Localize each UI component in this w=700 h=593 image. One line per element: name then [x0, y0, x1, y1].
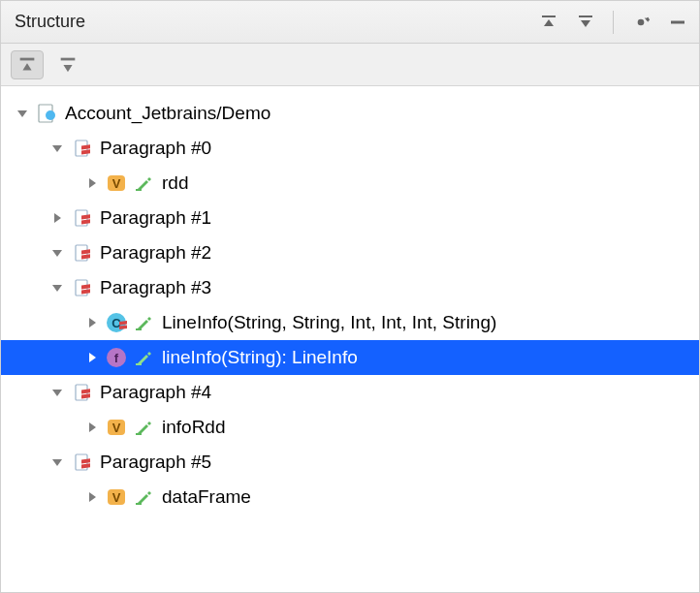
tree-row[interactable]: Paragraph #5 [1, 445, 699, 480]
separator [613, 11, 614, 34]
tree-item-label: Paragraph #2 [100, 242, 211, 264]
write-access-icon [135, 174, 152, 192]
chevron-right-icon[interactable] [84, 315, 100, 330]
chevron-right-icon[interactable] [49, 210, 65, 226]
tree-item-label: rdd [162, 172, 188, 194]
class-icon: C [106, 312, 127, 333]
svg-marker-38 [89, 353, 96, 362]
notebook-icon [36, 103, 57, 124]
svg-rect-19 [136, 189, 142, 191]
scroll-up-icon [16, 54, 38, 76]
chevron-right-icon[interactable] [84, 489, 100, 505]
tree-item-label: lineInfo(String): LineInfo [162, 347, 358, 368]
svg-text:V: V [112, 176, 121, 191]
scala-file-icon [71, 207, 92, 229]
svg-marker-6 [22, 63, 31, 70]
write-access-icon [135, 349, 152, 366]
scala-file-icon [71, 277, 92, 298]
tree-item-label: dataFrame [162, 486, 251, 508]
chevron-down-icon[interactable] [49, 245, 65, 261]
svg-marker-20 [54, 213, 61, 223]
svg-marker-8 [63, 65, 72, 72]
svg-marker-24 [52, 250, 62, 257]
tree-row[interactable]: Paragraph #2 [1, 235, 699, 270]
collapse-up-icon [539, 13, 558, 32]
tree-item-label: Account_Jetbrains/Demo [65, 103, 270, 124]
svg-marker-3 [581, 20, 590, 27]
tree-row[interactable]: C LineInfo(String, String, Int, Int, Int… [1, 305, 699, 340]
svg-marker-9 [17, 110, 27, 117]
tree-row[interactable]: V infoRdd [1, 410, 699, 445]
tree-item-label: infoRdd [162, 417, 226, 438]
svg-marker-12 [52, 145, 62, 152]
tree-row[interactable]: Paragraph #0 [1, 131, 699, 166]
chevron-down-icon[interactable] [49, 140, 65, 156]
svg-marker-42 [52, 390, 62, 396]
write-access-icon [135, 314, 152, 331]
collapse-all-button[interactable] [535, 9, 562, 36]
expand-down-icon [576, 13, 595, 32]
hide-panel-button[interactable] [664, 9, 691, 36]
svg-marker-46 [89, 422, 96, 432]
tree-item-label: Paragraph #5 [100, 452, 211, 473]
write-access-icon [135, 419, 152, 436]
tree-item-label: Paragraph #0 [100, 138, 211, 159]
scala-file-icon [71, 242, 92, 264]
tree-row[interactable]: f lineInfo(String): LineInfo [1, 340, 699, 375]
svg-rect-41 [136, 363, 142, 365]
structure-tree[interactable]: Account_Jetbrains/Demo Paragraph #0 V rd… [1, 86, 699, 515]
function-icon: f [106, 347, 127, 368]
header-actions [535, 9, 691, 36]
tree-row[interactable]: Paragraph #3 [1, 270, 699, 305]
tree-row[interactable]: Account_Jetbrains/Demo [1, 96, 699, 131]
gear-icon [631, 13, 651, 32]
tree-row[interactable]: Paragraph #1 [1, 201, 699, 235]
scala-file-icon [71, 382, 92, 403]
svg-marker-32 [89, 318, 96, 328]
expand-all-button[interactable] [572, 9, 599, 36]
autoscroll-to-source-button[interactable] [11, 50, 44, 79]
scroll-down-icon [57, 54, 79, 76]
value-icon: V [106, 172, 127, 194]
svg-rect-5 [20, 57, 35, 60]
chevron-down-icon[interactable] [49, 280, 65, 296]
chevron-right-icon[interactable] [84, 350, 100, 365]
svg-text:V: V [112, 490, 121, 505]
settings-button[interactable] [627, 9, 654, 36]
tree-item-label: Paragraph #3 [100, 277, 211, 298]
svg-rect-7 [61, 57, 76, 60]
chevron-down-icon[interactable] [49, 454, 65, 470]
scala-file-icon [71, 138, 92, 159]
tree-row[interactable]: Paragraph #4 [1, 375, 699, 410]
svg-marker-1 [544, 19, 554, 26]
tree-item-label: Paragraph #1 [100, 207, 211, 229]
panel-header: Structure [1, 1, 699, 44]
chevron-down-icon[interactable] [49, 385, 65, 400]
svg-marker-28 [52, 285, 62, 292]
svg-rect-57 [136, 503, 142, 505]
tree-row[interactable]: V dataFrame [1, 480, 699, 515]
autoscroll-from-source-button[interactable] [51, 50, 84, 79]
minimize-icon [668, 13, 687, 32]
structure-toolbar [1, 44, 699, 86]
chevron-right-icon[interactable] [84, 175, 100, 191]
value-icon: V [106, 486, 127, 508]
svg-marker-50 [52, 459, 62, 466]
tree-item-label: Paragraph #4 [100, 382, 211, 403]
scala-file-icon [71, 452, 92, 473]
chevron-down-icon[interactable] [15, 106, 30, 121]
svg-marker-54 [89, 492, 96, 502]
write-access-icon [135, 488, 152, 506]
svg-text:f: f [114, 351, 119, 365]
svg-rect-37 [136, 328, 142, 330]
svg-marker-16 [89, 178, 96, 188]
tree-item-label: LineInfo(String, String, Int, Int, Int, … [162, 312, 496, 333]
svg-rect-49 [136, 433, 142, 435]
svg-text:V: V [112, 421, 121, 435]
panel-title: Structure [15, 12, 535, 32]
chevron-right-icon[interactable] [84, 420, 100, 435]
tree-row[interactable]: V rdd [1, 166, 699, 201]
value-icon: V [106, 417, 127, 438]
svg-point-11 [46, 110, 55, 120]
